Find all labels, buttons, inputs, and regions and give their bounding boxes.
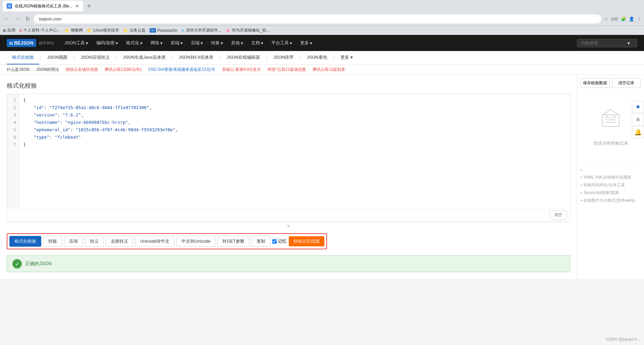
sub-nav-more[interactable]: 更多 ▾	[335, 51, 358, 64]
code-line-1: {	[23, 97, 566, 104]
search-box[interactable]: ▾	[577, 39, 637, 47]
line-num-3: 3	[7, 111, 19, 119]
link-json-usage[interactable]: JSON的用法	[36, 67, 59, 72]
menu-icon[interactable]: ⋮	[637, 16, 641, 21]
bookmark-lawcloud[interactable]: 📁 法务云盘	[123, 28, 146, 33]
float-star-button[interactable]: ★	[632, 101, 644, 113]
tab-close-button[interactable]: ✕	[75, 3, 79, 9]
active-tab[interactable]: B 在线JSON校验格式化工具 (Be... ✕	[3, 1, 83, 11]
sub-nav-java[interactable]: JSON生成Java实体类	[118, 51, 171, 64]
unicode-to-cn-button[interactable]: Unicode转中文	[135, 236, 174, 247]
address-bar: ← → ↻ ☆ 200 🧩 👤 ⋮	[0, 12, 644, 26]
nav-convert[interactable]: 转换 ▾	[208, 38, 226, 48]
sidebar-link-yaml[interactable]: YAML YML在线格式化预览	[581, 174, 641, 181]
link-promo-5[interactable]: 阿里*云双12返场优惠	[268, 67, 306, 72]
bookmark-profile[interactable]: C 个人资料-个人中心...	[19, 28, 60, 33]
format-validate-button[interactable]: 格式化校验	[9, 236, 41, 247]
sub-nav-sort[interactable]: JSON排序	[268, 51, 299, 64]
tab-title: 在线JSON校验格式化工具 (Be...	[15, 3, 72, 9]
unescape-button[interactable]: 去除转义	[106, 236, 133, 247]
success-bar: ✓ 正确的JSON	[7, 255, 570, 272]
sub-nav-sep-8: |	[333, 55, 335, 60]
sub-nav-format-validate[interactable]: 格式化校验	[7, 51, 39, 64]
sidebar-link-dot	[581, 167, 641, 174]
link-promo-3[interactable]: CN2 GIA香港/美国服务器低至13元/月	[148, 67, 215, 72]
action-bar: 格式化校验 转版 压缩 转义 去除转义 Unicode转中文 中文转Unicod…	[7, 233, 327, 249]
bookmark-processon[interactable]: On ProcessOn	[150, 28, 177, 33]
save-data-button[interactable]: 保存校验数据	[581, 78, 610, 88]
address-input[interactable]	[34, 14, 601, 23]
sub-nav-sep-2: |	[73, 55, 75, 60]
link-promo-1[interactable]: 快快云全场巨优惠	[66, 67, 98, 72]
escape-button[interactable]: 转义	[85, 236, 104, 247]
sub-nav-compress[interactable]: JSON压缩转义	[75, 51, 115, 64]
sub-nav-editor[interactable]: JSON在线编辑器	[221, 51, 266, 64]
sidebar-link-img[interactable]: 在线图片大小格式(支持webp...	[581, 197, 641, 204]
convert-button[interactable]: 转版	[43, 236, 62, 247]
float-menu-button[interactable]: ≡	[632, 113, 644, 126]
nav-backend[interactable]: 后端 ▾	[187, 38, 206, 48]
nav-docs[interactable]: 文档 ▾	[248, 38, 267, 48]
drag-icon: ≡	[287, 224, 290, 229]
sub-nav-sep-7: |	[299, 55, 301, 60]
code-line-6: "type": "filebeat"	[23, 134, 566, 141]
memory-checkbox-label[interactable]: 记忆	[272, 238, 287, 244]
search-dropdown-icon[interactable]: ▾	[628, 41, 630, 46]
sidebar-link-js[interactable]: Javascript加密/混淆	[581, 189, 641, 197]
nav-more[interactable]: 更多 ▾	[297, 38, 316, 48]
cn-to-unicode-button[interactable]: 中文转Unicode	[176, 236, 216, 247]
clear-records-button[interactable]: 清空记录	[612, 78, 641, 88]
reload-button[interactable]: ↻	[24, 14, 31, 23]
apps-icon: ⊞	[3, 28, 6, 33]
link-promo-4[interactable]: 茶猫云,香港9.9元首月	[222, 67, 261, 72]
link-promo-6[interactable]: 腾讯云双12超划算	[313, 67, 345, 72]
promo-button[interactable]: 快快云巨优惠	[289, 236, 324, 246]
sidebar-links: YAML YML在线格式化预览 在线代码对比/合并工具 Javascript加密…	[581, 163, 641, 204]
logo-text: BEJSON	[14, 40, 34, 46]
line-num-7: 7	[7, 141, 19, 148]
drag-handle[interactable]: ≡	[7, 222, 570, 230]
to-get-button[interactable]: 转GET参数	[217, 236, 250, 247]
extensions-icon[interactable]: 🧩	[621, 16, 626, 21]
line-num-4: 4	[7, 119, 19, 126]
link-what-json[interactable]: 什么是JSON	[7, 67, 30, 72]
compress-button[interactable]: 压缩	[64, 236, 83, 247]
nav-platform[interactable]: 平台工具 ▾	[268, 38, 296, 48]
nav-json-tools[interactable]: JSON工具 ▾	[61, 38, 92, 48]
code-editor[interactable]: { "id": "f274ef35-05a2-40c6-9b84-ff1e977…	[19, 94, 570, 208]
sub-nav-sep-5: |	[219, 55, 221, 60]
sub-nav-color[interactable]: JSON着色	[302, 51, 333, 64]
bookmark-apps[interactable]: ⊞ 应用	[3, 28, 15, 33]
logo-icon: B|	[9, 42, 13, 45]
nav-encode[interactable]: 编码/加密 ▾	[93, 38, 122, 48]
clear-editor-button[interactable]: 清空	[550, 210, 567, 219]
nav-format[interactable]: 格式化 ▾	[123, 38, 146, 48]
float-sidebar: ★ ≡ 🔔	[632, 101, 644, 138]
line-numbers: 1 2 3 4 5 6 7	[7, 94, 19, 208]
new-tab-button[interactable]: +	[85, 1, 94, 11]
sidebar-link-diff[interactable]: 在线代码对比/合并工具	[581, 181, 641, 189]
search-input[interactable]	[581, 41, 628, 46]
copy-button[interactable]: 复制	[252, 236, 270, 247]
bookmark-linux[interactable]: 📁 Linux相关技术	[87, 28, 119, 33]
forward-button[interactable]: →	[13, 14, 21, 23]
back-button[interactable]: ←	[3, 14, 11, 23]
link-promo-2[interactable]: 腾讯云双12(88元/年)	[105, 67, 142, 72]
line-num-1: 1	[7, 97, 19, 104]
nav-network[interactable]: 网络 ▾	[147, 38, 166, 48]
bookmark-tsinghua[interactable]: ✈ 清华大学开源软件...	[181, 28, 221, 33]
float-bell-button[interactable]: 🔔	[632, 126, 644, 138]
bookmark-huawei[interactable]: 🌸 华为开源镜像站_软...	[225, 28, 270, 33]
sub-nav-sep-1: |	[39, 55, 42, 60]
profile-icon[interactable]: 👤	[629, 16, 634, 21]
memory-checkbox[interactable]	[272, 239, 277, 244]
logo[interactable]: B| BEJSON 始于2011	[7, 39, 54, 47]
nav-frontend[interactable]: 前端 ▾	[167, 38, 186, 48]
nav-other[interactable]: 其他 ▾	[228, 38, 247, 48]
bookmark-jijiao[interactable]: 📁 继教网	[64, 28, 83, 33]
line-num-6: 6	[7, 134, 19, 141]
sub-nav-csharp[interactable]: JSON转C#实体类	[173, 51, 219, 64]
sub-nav-sep-3: |	[115, 55, 117, 60]
sub-nav-json-view[interactable]: JSON视图	[42, 51, 73, 64]
star-icon[interactable]: ☆	[604, 16, 608, 21]
